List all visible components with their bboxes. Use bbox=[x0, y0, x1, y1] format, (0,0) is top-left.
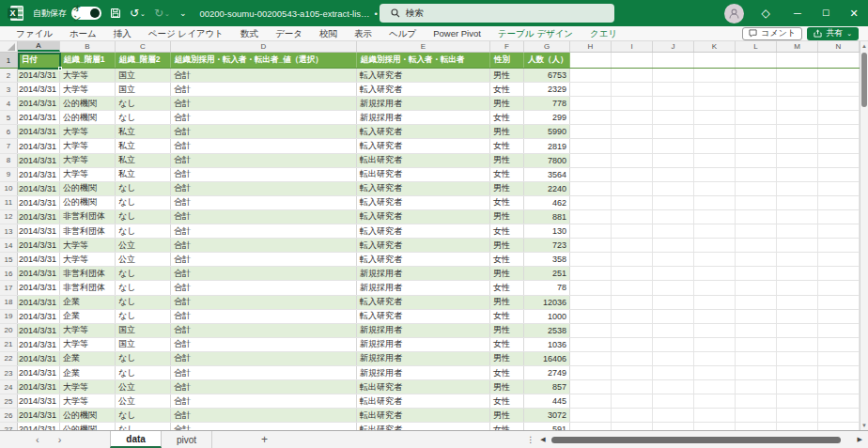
empty-cell[interactable] bbox=[736, 239, 777, 252]
table-cell[interactable]: 2014/3/31 bbox=[18, 239, 60, 252]
empty-cell[interactable] bbox=[694, 69, 736, 82]
empty-cell[interactable] bbox=[736, 139, 777, 152]
table-cell[interactable]: 転入研究者 bbox=[357, 69, 490, 82]
table-cell[interactable]: 公的機関 bbox=[60, 196, 116, 209]
empty-cell[interactable] bbox=[653, 253, 694, 266]
empty-cell[interactable] bbox=[777, 210, 818, 224]
row-number-9[interactable]: 9 bbox=[0, 168, 18, 181]
table-cell[interactable]: 公的機関 bbox=[60, 182, 116, 195]
table-cell[interactable]: なし bbox=[116, 281, 171, 294]
empty-cell[interactable] bbox=[612, 125, 653, 138]
empty-cell[interactable] bbox=[612, 83, 653, 96]
empty-cell[interactable] bbox=[612, 239, 653, 252]
table-cell[interactable]: 2014/3/31 bbox=[18, 338, 60, 351]
table-cell[interactable]: 私立 bbox=[116, 125, 171, 138]
row-number-4[interactable]: 4 bbox=[0, 97, 18, 110]
table-cell[interactable]: 2014/3/31 bbox=[18, 154, 60, 167]
empty-cell[interactable] bbox=[694, 366, 736, 379]
table-header-cell-0[interactable]: 日付 bbox=[18, 53, 60, 68]
empty-cell[interactable] bbox=[818, 69, 860, 82]
table-cell[interactable]: 2014/3/31 bbox=[18, 394, 60, 408]
table-cell[interactable]: 女性 bbox=[490, 338, 524, 351]
empty-cell[interactable] bbox=[612, 324, 653, 337]
ribbon-tab-2[interactable]: 挿入 bbox=[105, 26, 140, 41]
empty-cell[interactable] bbox=[818, 111, 860, 124]
table-cell[interactable]: なし bbox=[116, 224, 171, 238]
table-cell[interactable]: 299 bbox=[524, 111, 570, 124]
table-cell[interactable]: 2014/3/31 bbox=[18, 324, 60, 337]
empty-cell[interactable] bbox=[736, 380, 777, 394]
empty-cell[interactable] bbox=[694, 125, 736, 138]
table-cell[interactable]: 国立 bbox=[116, 83, 171, 96]
table-cell[interactable]: 合計 bbox=[171, 324, 357, 337]
row-number-5[interactable]: 5 bbox=[0, 111, 18, 124]
empty-cell[interactable] bbox=[818, 83, 860, 96]
table-header-cell-3[interactable]: 組織別採用・転入者・転出者_値（選択） bbox=[171, 53, 357, 68]
table-cell[interactable]: 企業 bbox=[60, 352, 116, 365]
empty-cell[interactable] bbox=[694, 210, 736, 224]
empty-cell[interactable] bbox=[570, 366, 612, 379]
vertical-scrollbar[interactable]: ▲ ▼ bbox=[860, 41, 868, 430]
table-cell[interactable]: 大学等 bbox=[60, 83, 116, 96]
empty-cell[interactable] bbox=[653, 352, 694, 365]
empty-cell[interactable] bbox=[612, 267, 653, 280]
empty-cell[interactable] bbox=[694, 83, 736, 96]
table-cell[interactable]: 男性 bbox=[490, 324, 524, 337]
empty-cell[interactable] bbox=[777, 338, 818, 351]
table-cell[interactable]: なし bbox=[116, 366, 171, 379]
row-number-7[interactable]: 7 bbox=[0, 139, 18, 152]
empty-cell[interactable] bbox=[653, 224, 694, 238]
table-cell[interactable]: 合計 bbox=[171, 182, 357, 195]
table-cell[interactable]: 公的機関 bbox=[60, 409, 116, 422]
scroll-down-icon[interactable]: ▼ bbox=[860, 421, 868, 430]
ribbon-contextual-tab-1[interactable]: クエリ bbox=[581, 26, 626, 41]
table-cell[interactable]: 2014/3/31 bbox=[18, 267, 60, 280]
empty-cell[interactable] bbox=[818, 97, 860, 110]
empty-cell[interactable] bbox=[818, 380, 860, 394]
empty-cell[interactable] bbox=[612, 168, 653, 181]
empty-cell[interactable] bbox=[653, 338, 694, 351]
table-cell[interactable]: 転出研究者 bbox=[357, 394, 490, 408]
empty-cell[interactable] bbox=[736, 310, 777, 323]
empty-cell[interactable] bbox=[653, 423, 694, 430]
column-header-H[interactable]: H bbox=[570, 41, 612, 52]
empty-cell[interactable] bbox=[570, 352, 612, 365]
table-cell[interactable]: 男性 bbox=[490, 125, 524, 138]
sheet-tab-data[interactable]: data bbox=[110, 431, 162, 448]
table-cell[interactable]: 251 bbox=[524, 267, 570, 280]
table-cell[interactable]: 女性 bbox=[490, 253, 524, 266]
vertical-scrollbar-thumb[interactable] bbox=[861, 53, 867, 107]
row-number-11[interactable]: 11 bbox=[0, 196, 18, 209]
table-cell[interactable]: 私立 bbox=[116, 154, 171, 167]
empty-cell[interactable] bbox=[612, 380, 653, 394]
table-cell[interactable]: なし bbox=[116, 97, 171, 110]
table-cell[interactable]: 転入研究者 bbox=[357, 125, 490, 138]
row-number-16[interactable]: 16 bbox=[0, 267, 18, 280]
table-cell[interactable]: 2014/3/31 bbox=[18, 352, 60, 365]
table-cell[interactable]: 合計 bbox=[171, 210, 357, 224]
empty-cell[interactable] bbox=[777, 239, 818, 252]
scroll-left-icon[interactable]: ◀ bbox=[540, 436, 545, 443]
empty-cell[interactable] bbox=[570, 296, 612, 309]
column-header-M[interactable]: M bbox=[777, 41, 818, 52]
autosave-toggle[interactable]: オン bbox=[71, 7, 101, 20]
empty-cell[interactable] bbox=[570, 53, 612, 68]
empty-cell[interactable] bbox=[612, 281, 653, 294]
table-cell[interactable]: 591 bbox=[524, 423, 570, 430]
select-all-button[interactable] bbox=[0, 41, 18, 52]
empty-cell[interactable] bbox=[818, 338, 860, 351]
empty-cell[interactable] bbox=[570, 69, 612, 82]
table-cell[interactable]: 12036 bbox=[524, 296, 570, 309]
table-cell[interactable]: 大学等 bbox=[60, 239, 116, 252]
empty-cell[interactable] bbox=[777, 409, 818, 422]
empty-cell[interactable] bbox=[612, 253, 653, 266]
row-number-14[interactable]: 14 bbox=[0, 239, 18, 252]
table-cell[interactable]: 2014/3/31 bbox=[18, 310, 60, 323]
table-cell[interactable]: 2014/3/31 bbox=[18, 97, 60, 110]
table-cell[interactable]: 合計 bbox=[171, 69, 357, 82]
empty-cell[interactable] bbox=[570, 409, 612, 422]
table-cell[interactable]: 非営利団体 bbox=[60, 224, 116, 238]
table-header-cell-6[interactable]: 人数（人） bbox=[524, 53, 570, 68]
empty-cell[interactable] bbox=[694, 338, 736, 351]
table-cell[interactable]: 合計 bbox=[171, 352, 357, 365]
